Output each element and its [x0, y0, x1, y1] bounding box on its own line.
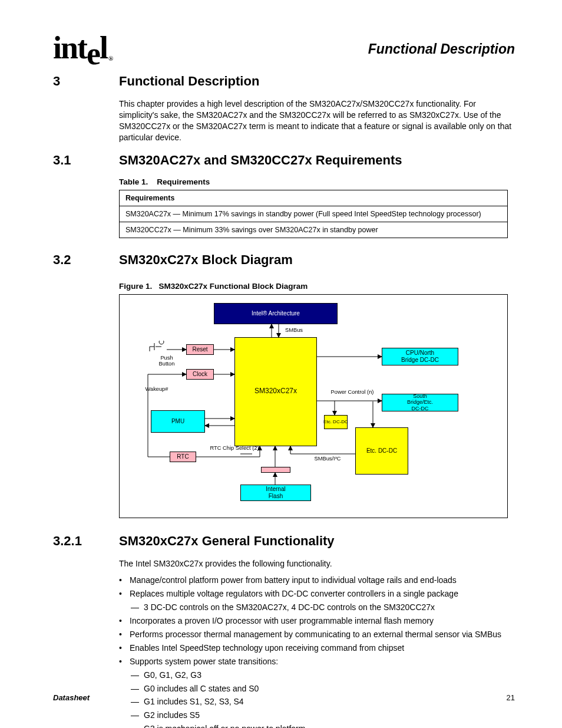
- requirements-table: Requirements SM320AC27x — Minimum 17% sa…: [119, 190, 508, 238]
- section-32-heading: 3.2SM320xC27x Block Diagram: [53, 252, 515, 268]
- block-dc-etc2: Etc. DC-DC: [355, 427, 408, 475]
- block-dc-cpu: CPU/North Bridge DC-DC: [382, 348, 458, 365]
- bullet-sub-item: —G0, G1, G2, G3: [131, 670, 515, 681]
- block-dc-se: South Bridge/Etc. DC-DC: [382, 394, 458, 411]
- intel-logo: intel®: [53, 29, 111, 66]
- bullet-item: •Supports system power state transitions…: [119, 656, 515, 667]
- bullet-item: •Enables Intel SpeedStep technology upon…: [119, 643, 515, 654]
- bullet-item: •Replaces multiple voltage regulators wi…: [119, 588, 515, 599]
- table-row: SM320AC27x — Minimum 17% savings in stan…: [120, 206, 508, 222]
- table-header: Requirements: [120, 190, 508, 206]
- block-clock: Clock: [186, 369, 214, 380]
- block-reset: Reset: [186, 344, 214, 355]
- block-intel-arch: Intel® Architecture: [214, 303, 338, 324]
- chapter-title: Functional Description: [53, 41, 515, 57]
- block-pmu: PMU: [151, 410, 205, 433]
- label-smbus: SMBus: [282, 327, 306, 333]
- block-rtc-small: [261, 467, 290, 473]
- section-321-heading: 3.2.1SM320xC27x General Functionality: [53, 533, 515, 549]
- label-push-button: Push Button: [152, 355, 181, 367]
- footer-left: Datasheet: [53, 693, 90, 702]
- bullet-item: •Incorporates a proven I/O processor wit…: [119, 615, 515, 627]
- intro-paragraph: This chapter provides a high level descr…: [119, 98, 515, 143]
- block-sm320: SM320xC27x: [234, 337, 317, 446]
- table-row: SM320CC27x — Minimum 33% savings over SM…: [120, 222, 508, 238]
- page-footer: Datasheet 21: [53, 693, 515, 702]
- section-31-heading: 3.1SM320AC27x and SM320CC27x Requirement…: [53, 153, 515, 168]
- footer-page-number: 21: [507, 693, 515, 702]
- label-i2c: SMBus/I²C: [307, 456, 348, 462]
- bullet-item: •Performs processor thermal management b…: [119, 629, 515, 640]
- block-flash: Internal Flash: [240, 485, 311, 501]
- block-rtc: RTC: [170, 452, 196, 462]
- label-power-ctrl: Power Control (n): [326, 389, 379, 395]
- bullet-sub-item: —3 DC-DC controls on the SM320AC27x, 4 D…: [131, 602, 515, 613]
- block-diagram: Intel® Architecture SM320xC27x Reset Clo…: [119, 294, 508, 518]
- table-1-caption: Table 1. Requirements: [119, 177, 515, 186]
- section-3-heading: 3Functional Description: [53, 74, 515, 89]
- bullet-sub-item: —G2 includes S5: [131, 710, 515, 721]
- label-rtc-cs: RTC Chip Select (2): [208, 445, 261, 451]
- label-wakeup: Wakeup#: [143, 386, 170, 392]
- figure-1-caption: Figure 1. SM320xC27x Functional Block Di…: [119, 282, 515, 291]
- bullet-item: •Manage/control platform power from batt…: [119, 575, 515, 586]
- push-button-symbol: [148, 341, 167, 355]
- bullet-sub-item: —G0 includes all C states and S0: [131, 683, 515, 694]
- gen-intro: The Intel SM320xC27x provides the follow…: [119, 558, 515, 569]
- bullet-sub-item: —G3 is mechanical off or no power to pla…: [131, 723, 515, 728]
- block-dc-etc1: Etc. DC-DC: [324, 415, 348, 429]
